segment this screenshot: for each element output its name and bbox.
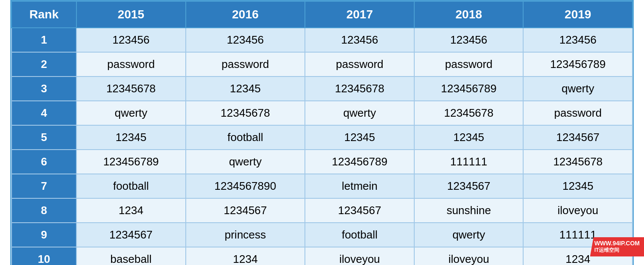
data-cell: 1234 [186,247,305,265]
rank-cell: 1 [12,28,76,52]
rank-cell: 4 [12,101,76,125]
data-cell: iloveyou [414,247,524,265]
data-cell: football [305,223,414,247]
table-row: 10baseball1234iloveyouiloveyou1234 [12,247,632,265]
data-cell: 1234567 [305,198,414,223]
data-cell: 12345678 [186,101,305,125]
data-cell: 123456 [414,28,524,52]
data-cell: password [305,52,414,77]
rank-cell: 6 [12,150,76,174]
watermark-line1: WWW.94IP.COM [594,240,640,247]
data-cell: 1234567 [414,174,524,198]
rank-cell: 9 [12,223,76,247]
col-2017: 2017 [305,1,414,28]
header-row: Rank 2015 2016 2017 2018 2019 [12,1,632,28]
watermark: WWW.94IP.COM IT运维空间 [590,237,644,256]
col-2019: 2019 [523,1,632,28]
data-cell: qwerty [523,77,632,101]
data-cell: 111111 [414,150,524,174]
table-row: 91234567princessfootballqwerty111111 [12,223,632,247]
data-cell: 123456789 [76,150,186,174]
data-cell: 1234567 [186,198,305,223]
data-cell: qwerty [186,150,305,174]
rank-cell: 7 [12,174,76,198]
table-row: 3123456781234512345678123456789qwerty [12,77,632,101]
data-cell: 123456789 [414,77,524,101]
data-cell: iloveyou [305,247,414,265]
table-row: 4qwerty12345678qwerty12345678password [12,101,632,125]
data-cell: qwerty [76,101,186,125]
table-row: 2passwordpasswordpasswordpassword1234567… [12,52,632,77]
data-cell: 12345678 [523,150,632,174]
data-cell: password [414,52,524,77]
data-cell: baseball [76,247,186,265]
data-cell: 12345 [76,125,186,150]
data-cell: qwerty [305,101,414,125]
data-cell: password [76,52,186,77]
data-cell: 12345 [523,174,632,198]
data-cell: 1234 [76,198,186,223]
table-row: 8123412345671234567sunshineiloveyou [12,198,632,223]
data-cell: 12345678 [414,101,524,125]
data-cell: 12345678 [76,77,186,101]
data-cell: 123456 [305,28,414,52]
data-cell: 12345678 [305,77,414,101]
data-cell: 1234567890 [186,174,305,198]
col-2018: 2018 [414,1,524,28]
watermark-line2: IT运维空间 [594,247,640,254]
data-cell: 1234567 [523,125,632,150]
data-cell: 123456789 [305,150,414,174]
data-cell: iloveyou [523,198,632,223]
data-cell: letmein [305,174,414,198]
data-cell: password [523,101,632,125]
table-row: 512345football12345123451234567 [12,125,632,150]
data-cell: 12345 [305,125,414,150]
data-cell: 123456 [186,28,305,52]
data-cell: football [76,174,186,198]
rank-cell: 5 [12,125,76,150]
col-2016: 2016 [186,1,305,28]
rank-cell: 3 [12,77,76,101]
data-cell: 12345 [186,77,305,101]
col-rank: Rank [12,1,76,28]
data-cell: sunshine [414,198,524,223]
data-cell: 123456 [76,28,186,52]
data-cell: princess [186,223,305,247]
data-cell: 1234567 [76,223,186,247]
data-cell: football [186,125,305,150]
table-row: 6123456789qwerty12345678911111112345678 [12,150,632,174]
data-cell: 123456789 [523,52,632,77]
table-row: 7football1234567890letmein123456712345 [12,174,632,198]
rank-cell: 10 [12,247,76,265]
data-cell: 12345 [414,125,524,150]
table-row: 1123456123456123456123456123456 [12,28,632,52]
col-2015: 2015 [76,1,186,28]
rank-cell: 2 [12,52,76,77]
data-cell: qwerty [414,223,524,247]
password-table: Rank 2015 2016 2017 2018 2019 1123456123… [10,0,634,265]
rank-cell: 8 [12,198,76,223]
data-cell: 123456 [523,28,632,52]
data-cell: password [186,52,305,77]
